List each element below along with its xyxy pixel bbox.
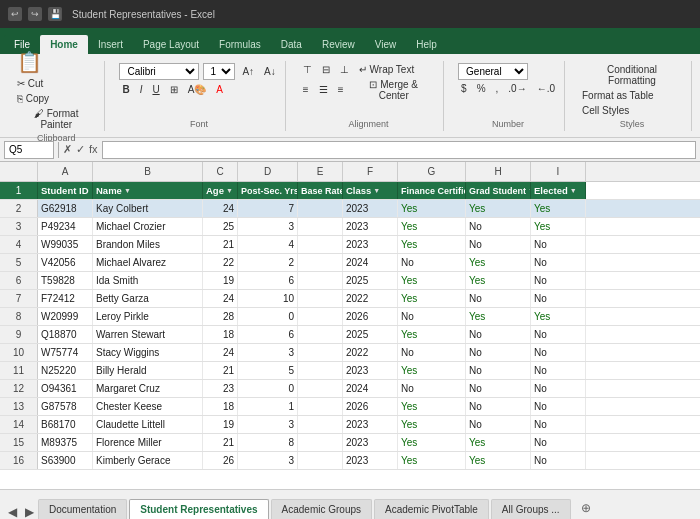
cell-finance-certified[interactable]: Yes: [398, 236, 466, 253]
cell-baserate[interactable]: [298, 308, 343, 325]
cell-psy[interactable]: 7: [238, 200, 298, 217]
cell-elected[interactable]: No: [531, 326, 586, 343]
cell-class[interactable]: 2023: [343, 362, 398, 379]
cell-grad-student[interactable]: Yes: [466, 308, 531, 325]
tab-student-representatives[interactable]: Student Representatives: [129, 499, 268, 519]
cell-psy[interactable]: 4: [238, 236, 298, 253]
cell-elected[interactable]: Yes: [531, 308, 586, 325]
cell-name[interactable]: Ida Smith: [93, 272, 203, 289]
cell-student-id[interactable]: W20999: [38, 308, 93, 325]
cell-baserate[interactable]: [298, 200, 343, 217]
cell-name[interactable]: Stacy Wiggins: [93, 344, 203, 361]
increase-font-button[interactable]: A↑: [239, 65, 257, 78]
cell-name[interactable]: Kay Colbert: [93, 200, 203, 217]
cell-age[interactable]: 22: [203, 254, 238, 271]
bold-button[interactable]: B: [119, 83, 132, 96]
tab-all-groups[interactable]: All Groups ...: [491, 499, 571, 519]
percent-button[interactable]: %: [474, 82, 489, 95]
table-row[interactable]: 6 T59828 Ida Smith 19 6 2025 Yes Yes No: [0, 272, 700, 290]
cell-grad-student[interactable]: Yes: [466, 452, 531, 469]
inc-decimal-button[interactable]: .0→: [505, 82, 529, 95]
cell-name[interactable]: Kimberly Gerace: [93, 452, 203, 469]
cell-baserate[interactable]: [298, 254, 343, 271]
cell-student-id[interactable]: G87578: [38, 398, 93, 415]
cell-student-id[interactable]: M89375: [38, 434, 93, 451]
add-sheet-button[interactable]: ⊕: [573, 497, 599, 519]
cell-age[interactable]: 19: [203, 416, 238, 433]
underline-button[interactable]: U: [149, 83, 162, 96]
cell-student-id[interactable]: P49234: [38, 218, 93, 235]
cell-age[interactable]: 18: [203, 326, 238, 343]
cell-psy[interactable]: 5: [238, 362, 298, 379]
cell-finance-certified[interactable]: Yes: [398, 452, 466, 469]
decrease-font-button[interactable]: A↓: [261, 65, 279, 78]
cell-student-id[interactable]: F72412: [38, 290, 93, 307]
cell-student-id[interactable]: S63900: [38, 452, 93, 469]
merge-center-button[interactable]: ⊡ Merge & Center: [350, 78, 437, 102]
comma-button[interactable]: ,: [493, 82, 502, 95]
tab-view[interactable]: View: [365, 35, 407, 54]
cell-age[interactable]: 21: [203, 362, 238, 379]
format-painter-button[interactable]: 🖌 Format Painter: [14, 107, 98, 131]
cell-class[interactable]: 2026: [343, 398, 398, 415]
cell-baserate[interactable]: [298, 326, 343, 343]
cell-elected[interactable]: Yes: [531, 218, 586, 235]
conditional-formatting-button[interactable]: Conditional Formatting: [579, 63, 685, 87]
table-row[interactable]: 9 Q18870 Warren Stewart 18 6 2025 Yes No…: [0, 326, 700, 344]
font-color-button[interactable]: A: [213, 83, 226, 96]
cell-ref-box[interactable]: Q5: [4, 141, 54, 159]
cell-grad-student[interactable]: No: [466, 344, 531, 361]
cell-psy[interactable]: 10: [238, 290, 298, 307]
tab-home[interactable]: Home: [40, 35, 88, 54]
cell-student-id[interactable]: N25220: [38, 362, 93, 379]
cell-elected[interactable]: No: [531, 290, 586, 307]
cut-button[interactable]: ✂ Cut: [14, 77, 46, 90]
cell-age[interactable]: 23: [203, 380, 238, 397]
cell-student-id[interactable]: W75774: [38, 344, 93, 361]
cell-class[interactable]: 2022: [343, 344, 398, 361]
cell-grad-student[interactable]: Yes: [466, 434, 531, 451]
cell-psy[interactable]: 6: [238, 272, 298, 289]
cell-name[interactable]: Betty Garza: [93, 290, 203, 307]
wrap-text-button[interactable]: ↵ Wrap Text: [356, 63, 417, 76]
cell-elected[interactable]: No: [531, 398, 586, 415]
cell-class[interactable]: 2023: [343, 452, 398, 469]
cell-finance-certified[interactable]: No: [398, 308, 466, 325]
cell-styles-button[interactable]: Cell Styles: [579, 104, 632, 117]
cell-grad-student[interactable]: No: [466, 326, 531, 343]
cell-name[interactable]: Florence Miller: [93, 434, 203, 451]
dec-decimal-button[interactable]: ←.0: [534, 82, 558, 95]
formula-input[interactable]: [102, 141, 696, 159]
cell-finance-certified[interactable]: No: [398, 344, 466, 361]
cell-finance-certified[interactable]: No: [398, 254, 466, 271]
align-right-button[interactable]: ≡: [335, 83, 347, 96]
age-dropdown[interactable]: ▼: [226, 187, 233, 194]
table-row[interactable]: 15 M89375 Florence Miller 21 8 2023 Yes …: [0, 434, 700, 452]
format-as-table-button[interactable]: Format as Table: [579, 89, 657, 102]
cell-grad-student[interactable]: Yes: [466, 254, 531, 271]
cell-finance-certified[interactable]: Yes: [398, 362, 466, 379]
copy-button[interactable]: ⎘ Copy: [14, 92, 52, 105]
cell-name[interactable]: Warren Stewart: [93, 326, 203, 343]
cell-elected[interactable]: No: [531, 416, 586, 433]
name-dropdown[interactable]: ▼: [124, 187, 131, 194]
align-middle-button[interactable]: ⊟: [319, 63, 333, 76]
insert-function-icon[interactable]: fx: [89, 143, 98, 156]
cell-class[interactable]: 2023: [343, 200, 398, 217]
tab-formulas[interactable]: Formulas: [209, 35, 271, 54]
cell-baserate[interactable]: [298, 218, 343, 235]
cell-psy[interactable]: 8: [238, 434, 298, 451]
tab-insert[interactable]: Insert: [88, 35, 133, 54]
cell-age[interactable]: 25: [203, 218, 238, 235]
table-row[interactable]: 5 V42056 Michael Alvarez 22 2 2024 No Ye…: [0, 254, 700, 272]
cell-finance-certified[interactable]: Yes: [398, 398, 466, 415]
cell-baserate[interactable]: [298, 290, 343, 307]
save-icon[interactable]: 💾: [48, 7, 62, 21]
cell-student-id[interactable]: G62918: [38, 200, 93, 217]
cell-grad-student[interactable]: No: [466, 380, 531, 397]
cell-name[interactable]: Brandon Miles: [93, 236, 203, 253]
cell-psy[interactable]: 2: [238, 254, 298, 271]
cell-class[interactable]: 2023: [343, 416, 398, 433]
tab-academic-groups[interactable]: Academic Groups: [271, 499, 372, 519]
tab-academic-pivottable[interactable]: Academic PivotTable: [374, 499, 489, 519]
